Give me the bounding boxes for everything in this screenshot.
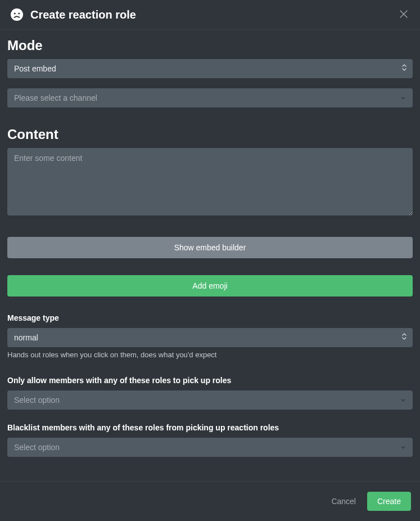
content-label: Content: [7, 127, 413, 142]
message-type-select[interactable]: normal: [7, 328, 413, 347]
mode-select-value: Post embed: [7, 59, 413, 78]
blacklist-select[interactable]: Select option: [7, 438, 413, 457]
modal-header: Create reaction role: [0, 0, 420, 30]
message-type-value: normal: [7, 328, 413, 347]
message-type-help: Hands out roles when you click on them, …: [7, 351, 413, 359]
whitelist-placeholder: Select option: [7, 390, 413, 410]
content-textarea[interactable]: [7, 148, 413, 215]
whitelist-label: Only allow members with any of these rol…: [7, 376, 413, 385]
blacklist-label: Blacklist members with any of these role…: [7, 423, 413, 432]
modal-body: Mode Post embed Please select a channel …: [0, 30, 420, 481]
frown-icon: [10, 8, 24, 21]
svg-point-2: [18, 12, 20, 14]
channel-select[interactable]: Please select a channel: [7, 88, 413, 107]
svg-point-0: [11, 8, 23, 21]
message-type-label: Message type: [7, 313, 413, 322]
show-embed-builder-button[interactable]: Show embed builder: [7, 237, 413, 258]
close-icon[interactable]: [398, 8, 410, 21]
create-reaction-role-modal: Create reaction role Mode Post embed Ple…: [0, 0, 420, 521]
cancel-button[interactable]: Cancel: [328, 492, 359, 510]
create-button[interactable]: Create: [367, 492, 411, 511]
whitelist-select[interactable]: Select option: [7, 390, 413, 410]
mode-label: Mode: [7, 38, 413, 53]
add-emoji-button[interactable]: Add emoji: [7, 275, 413, 297]
channel-select-placeholder: Please select a channel: [7, 88, 413, 107]
mode-select[interactable]: Post embed: [7, 59, 413, 78]
svg-point-1: [14, 12, 16, 14]
blacklist-placeholder: Select option: [7, 438, 413, 457]
modal-title: Create reaction role: [30, 8, 398, 21]
modal-footer: Cancel Create: [0, 481, 420, 521]
